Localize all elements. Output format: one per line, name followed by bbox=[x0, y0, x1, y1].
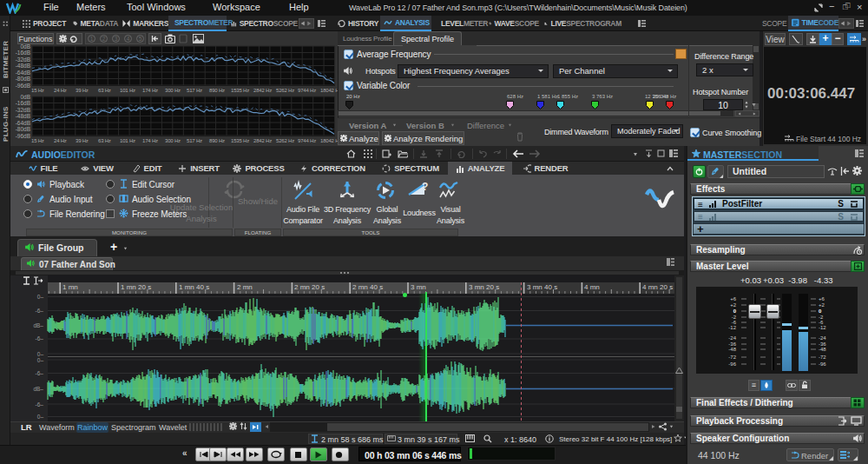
svg-text:?: ? bbox=[422, 181, 428, 193]
svg-text:3: 3 bbox=[115, 36, 118, 42]
svg-text:2: 2 bbox=[102, 36, 106, 42]
svg-text:4: 4 bbox=[127, 36, 130, 42]
svg-text:1: 1 bbox=[90, 36, 94, 42]
svg-text:5: 5 bbox=[139, 36, 142, 42]
